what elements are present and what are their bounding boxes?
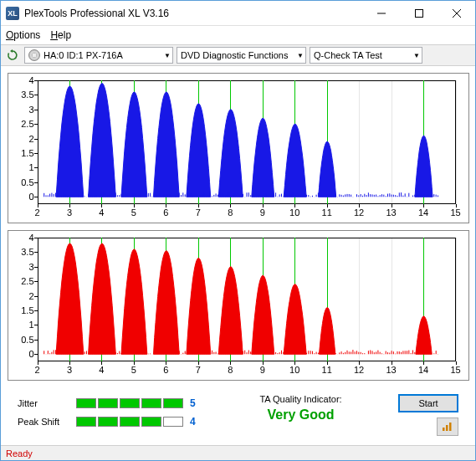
- x-tick-label: 3: [67, 365, 72, 375]
- test-dropdown-text: Q-Check TA Test: [314, 50, 410, 60]
- jitter-label: Jitter: [18, 398, 76, 408]
- x-tick-label: 14: [418, 207, 428, 218]
- chart-options-button[interactable]: [437, 417, 458, 436]
- y-tick-label: 0: [28, 349, 33, 359]
- peakshift-row: Peak Shift 4: [18, 412, 210, 431]
- x-tick-label: 4: [99, 207, 104, 218]
- category-dropdown[interactable]: DVD Diagnostic Functions ▼: [177, 47, 306, 64]
- metric-bar-segment: [163, 417, 183, 427]
- chevron-down-icon: ▼: [413, 52, 420, 59]
- ta-quality-label: TA Quality Indicator:: [210, 394, 392, 404]
- svg-rect-4: [443, 428, 445, 431]
- x-tick-label: 13: [386, 207, 396, 218]
- status-text: Ready: [6, 448, 33, 458]
- x-tick-label: 12: [354, 207, 364, 218]
- metric-bar-segment: [76, 398, 96, 408]
- x-tick-label: 7: [196, 207, 201, 218]
- menu-options[interactable]: Options: [6, 29, 40, 41]
- minimize-button[interactable]: [362, 1, 400, 25]
- test-dropdown[interactable]: Q-Check TA Test ▼: [310, 47, 422, 64]
- x-tick-label: 8: [228, 207, 233, 218]
- y-tick-label: 4: [28, 75, 33, 85]
- device-dropdown-text: HA:0 ID:1 PX-716A: [44, 50, 161, 60]
- metrics-panel: Jitter 5 Peak Shift 4: [18, 394, 210, 431]
- content-area: 2345678910111213141500.511.522.533.54 23…: [1, 66, 475, 439]
- x-tick-label: 11: [322, 365, 332, 375]
- x-tick-label: 8: [228, 365, 233, 375]
- x-tick-label: 12: [354, 365, 364, 375]
- metric-bar-segment: [98, 398, 118, 408]
- x-tick-label: 2: [34, 207, 39, 218]
- metric-bar-segment: [76, 417, 96, 427]
- metric-bar-segment: [163, 398, 183, 408]
- y-tick-label: 1.5: [21, 305, 33, 315]
- y-tick-label: 0: [28, 192, 33, 202]
- x-tick-label: 10: [289, 365, 299, 375]
- maximize-button[interactable]: [400, 1, 438, 25]
- ta-panel: TA Quality Indicator: Very Good: [210, 394, 392, 423]
- y-tick-label: 2: [28, 291, 33, 301]
- titlebar: XL PlexTools Professional XL V3.16: [1, 1, 475, 26]
- svg-rect-5: [446, 425, 448, 431]
- metric-bar-segment: [141, 417, 161, 427]
- category-dropdown-text: DVD Diagnostic Functions: [181, 50, 294, 60]
- bottom-panel: Jitter 5 Peak Shift 4 TA Quality Indicat…: [6, 387, 470, 439]
- peakshift-label: Peak Shift: [18, 417, 76, 427]
- y-tick-label: 2.5: [21, 276, 33, 286]
- y-tick-label: 3: [28, 262, 33, 272]
- x-tick-label: 10: [289, 207, 299, 218]
- device-dropdown[interactable]: HA:0 ID:1 PX-716A ▼: [24, 47, 173, 64]
- x-tick-label: 5: [131, 365, 136, 375]
- y-tick-label: 0.5: [21, 177, 33, 187]
- y-tick-label: 1: [28, 162, 33, 172]
- x-tick-label: 6: [163, 365, 168, 375]
- x-tick-label: 15: [450, 365, 460, 375]
- y-tick-label: 2.5: [21, 119, 33, 129]
- x-tick-label: 7: [196, 365, 201, 375]
- x-tick-label: 3: [67, 207, 72, 218]
- svg-rect-1: [415, 9, 422, 17]
- x-tick-label: 11: [322, 207, 332, 218]
- x-tick-label: 13: [386, 365, 396, 375]
- y-tick-label: 3: [28, 105, 33, 115]
- data-series: [38, 238, 456, 361]
- x-tick-label: 9: [260, 365, 265, 375]
- disc-icon: [28, 49, 40, 61]
- jitter-value: 5: [190, 397, 196, 409]
- chevron-down-icon: ▼: [164, 52, 171, 59]
- metric-bar-segment: [120, 417, 140, 427]
- y-tick-label: 1: [28, 320, 33, 330]
- peakshift-value: 4: [190, 416, 196, 428]
- window-controls: [362, 1, 475, 25]
- y-tick-label: 0.5: [21, 335, 33, 345]
- data-series: [38, 80, 456, 204]
- refresh-icon[interactable]: [4, 47, 21, 64]
- y-tick-label: 2: [28, 134, 33, 144]
- start-button[interactable]: Start: [398, 394, 458, 412]
- menu-help[interactable]: Help: [50, 29, 71, 41]
- ta-quality-value: Very Good: [210, 407, 392, 423]
- gridline: [456, 80, 457, 204]
- x-tick-label: 9: [260, 207, 265, 218]
- metric-bar-segment: [141, 398, 161, 408]
- svg-rect-6: [449, 423, 452, 431]
- y-tick-label: 4: [28, 233, 33, 243]
- y-tick-label: 3.5: [21, 90, 33, 100]
- statusbar: Ready: [1, 445, 475, 460]
- close-button[interactable]: [438, 1, 475, 25]
- metric-bar-segment: [98, 417, 118, 427]
- toolbar: HA:0 ID:1 PX-716A ▼ DVD Diagnostic Funct…: [1, 44, 475, 66]
- y-tick-label: 1.5: [21, 148, 33, 158]
- chart-bottom: 2345678910111213141500.511.522.533.54: [8, 230, 469, 381]
- app-logo-icon: XL: [6, 7, 19, 20]
- action-panel: Start: [392, 394, 458, 436]
- gridline: [456, 238, 457, 361]
- x-tick-label: 15: [450, 207, 460, 218]
- window-title: PlexTools Professional XL V3.16: [24, 8, 362, 19]
- menubar: Options Help: [1, 26, 475, 44]
- metric-bar-segment: [120, 398, 140, 408]
- x-tick-label: 14: [418, 365, 428, 375]
- x-tick-label: 2: [34, 365, 39, 375]
- x-tick-label: 4: [99, 365, 104, 375]
- chart-top: 2345678910111213141500.511.522.533.54: [8, 73, 469, 223]
